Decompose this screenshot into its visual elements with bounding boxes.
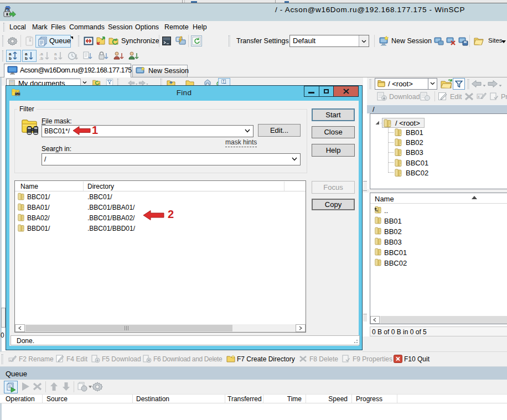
svg-text:b: b bbox=[25, 56, 28, 61]
svg-text:xy: xy bbox=[9, 359, 13, 362]
svg-text:x: x bbox=[478, 95, 480, 98]
svg-text:.b: .b bbox=[39, 56, 43, 61]
svg-text:b: b bbox=[9, 56, 12, 61]
svg-text:b: b bbox=[54, 56, 57, 61]
